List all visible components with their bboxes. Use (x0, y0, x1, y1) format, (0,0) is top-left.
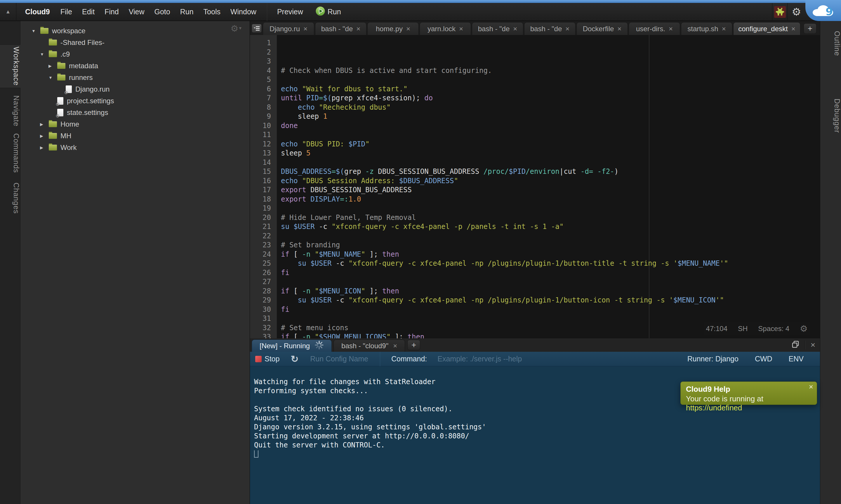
file-tree: ▼workspace-Shared Files-▼.c9▶metadata▼ru… (20, 25, 250, 154)
tree-item-workspace[interactable]: ▼workspace (20, 25, 250, 37)
editor-tab-dockerfile[interactable]: Dockerfile× (577, 22, 628, 35)
close-icon[interactable]: × (565, 25, 569, 33)
close-icon[interactable]: × (304, 25, 308, 33)
tree-item-django-run[interactable]: Django.run (20, 84, 250, 95)
line-number: 31 (250, 314, 277, 323)
run-config-input[interactable]: Run Config Name (310, 355, 368, 363)
tree-open-arrow-icon[interactable]: ▼ (40, 52, 49, 57)
line-number: 8 (250, 103, 277, 112)
tree-item-home[interactable]: ▶Home (20, 119, 250, 130)
rail-tab-workspace[interactable]: Workspace (0, 44, 20, 88)
close-icon[interactable]: × (393, 342, 397, 350)
close-icon[interactable]: × (791, 25, 795, 33)
tree-item-label: metadata (69, 62, 98, 70)
spinner-icon (314, 340, 324, 352)
command-label: Command: (391, 355, 427, 363)
editor-tab-home-py[interactable]: home.py× (367, 22, 419, 35)
syntax-mode[interactable]: SH (738, 325, 748, 333)
tree-item-work[interactable]: ▶Work (20, 142, 250, 154)
tab-label: bash - "de (478, 25, 510, 33)
close-icon[interactable]: × (669, 25, 673, 33)
menu-edit[interactable]: Edit (82, 7, 95, 16)
restart-icon[interactable]: ↻ (291, 354, 298, 364)
rail-tab-debugger[interactable]: Debugger (820, 94, 841, 137)
rail-tab-commands[interactable]: Commands (0, 131, 20, 175)
close-icon[interactable]: × (356, 25, 360, 33)
tree-item-c9[interactable]: ▼.c9 (20, 49, 250, 60)
tree-open-arrow-icon[interactable]: ▼ (49, 75, 57, 80)
stop-button[interactable]: Stop (255, 355, 279, 363)
line-number: 3 (250, 57, 277, 66)
editor-tab-startup-sh[interactable]: startup.sh× (681, 22, 732, 35)
menu-goto[interactable]: Goto (154, 7, 170, 16)
command-input[interactable]: Example: ./server.js --help (437, 355, 522, 363)
tree-item-mh[interactable]: ▶MH (20, 130, 250, 142)
folder-icon (49, 133, 57, 139)
line-number: 18 (250, 195, 277, 204)
editor-tab-yarn-lock[interactable]: yarn.lock× (419, 22, 471, 35)
env-button[interactable]: ENV (789, 355, 804, 363)
tree-open-arrow-icon[interactable]: ▼ (32, 29, 40, 33)
close-icon[interactable]: × (406, 25, 410, 33)
triangle-up-icon: ▲ (5, 9, 11, 15)
tree-item-metadata[interactable]: ▶metadata (20, 60, 250, 72)
close-panel-icon[interactable]: × (811, 340, 815, 350)
report-bug-icon[interactable] (772, 3, 787, 21)
menu-view[interactable]: View (129, 7, 144, 16)
tree-item-shared-files[interactable]: -Shared Files- (20, 37, 250, 49)
rail-tab-changes[interactable]: Changes (0, 181, 20, 216)
editor-tab-user-dirs[interactable]: user-dirs.× (629, 22, 680, 35)
editor-tab-bash-de[interactable]: bash - "de× (524, 22, 576, 35)
menu-collapse-button[interactable]: ▲ (0, 3, 16, 21)
code-line: sleep 5 (281, 149, 820, 158)
code-editor[interactable]: # Check when DBUS is active and start co… (277, 35, 820, 338)
menu-run[interactable]: Run (180, 7, 194, 16)
tree-closed-arrow-icon[interactable]: ▶ (49, 64, 57, 68)
new-tab-button[interactable]: + (804, 23, 817, 34)
menubar: ▲ Cloud9 FileEditFindViewGotoRunToolsWin… (0, 3, 841, 21)
close-icon[interactable]: × (513, 25, 517, 33)
code-line: sleep 1 (281, 112, 820, 121)
tree-closed-arrow-icon[interactable]: ▶ (40, 122, 49, 127)
tree-item-project-settings[interactable]: project.settings (20, 95, 250, 107)
tree-closed-arrow-icon[interactable]: ▶ (40, 133, 49, 138)
popup-body: Your code is running at https://undefine… (686, 394, 811, 412)
menu-file[interactable]: File (61, 7, 72, 16)
editor-tab-configure-deskt[interactable]: configure_deskt× (733, 22, 801, 35)
code-line: echo "Rechecking dbus" (281, 103, 820, 112)
console-tab-new-running[interactable]: [New] - Running (252, 340, 332, 352)
menu-tools[interactable]: Tools (204, 7, 221, 16)
tab-list-icon[interactable] (252, 24, 262, 33)
editor-tab-bash-de[interactable]: bash - "de× (315, 22, 366, 35)
popup-close-icon[interactable]: × (809, 382, 813, 392)
close-icon[interactable]: × (722, 25, 726, 33)
cloud9-menu[interactable]: Cloud9 (25, 7, 50, 16)
rail-tab-outline[interactable]: Outline (820, 27, 841, 60)
code-line (281, 204, 820, 213)
tree-closed-arrow-icon[interactable]: ▶ (40, 145, 49, 150)
running-url-link[interactable]: https://undefined (686, 403, 742, 412)
line-number: 7 (250, 94, 277, 103)
editor-tab-bash-de[interactable]: bash - "de× (472, 22, 523, 35)
cwd-button[interactable]: CWD (755, 355, 772, 363)
indent-setting[interactable]: Spaces: 4 (758, 325, 789, 333)
close-icon[interactable]: × (617, 25, 621, 33)
editor-tab-django-ru[interactable]: Django.ru× (263, 22, 314, 35)
menu-find[interactable]: Find (105, 7, 119, 16)
console-tab-bash-cloud9[interactable]: bash - "cloud9"× (333, 340, 405, 352)
tree-item-state-settings[interactable]: state.settings (20, 107, 250, 119)
preferences-gear-icon[interactable]: ⚙ (787, 3, 805, 21)
runner-selector[interactable]: Runner: Django (687, 355, 738, 363)
folder-icon (57, 75, 65, 80)
menu-preview[interactable]: Preview (277, 7, 303, 16)
statusbar-gear-icon[interactable]: ⚙ (800, 323, 808, 334)
close-icon[interactable]: × (459, 25, 463, 33)
cloud9-logo[interactable]: 9 (805, 0, 841, 21)
tree-item-runners[interactable]: ▼runners (20, 72, 250, 84)
new-console-tab-button[interactable]: + (407, 340, 420, 350)
maximize-panel-icon[interactable] (791, 340, 800, 350)
cursor-position[interactable]: 47:104 (706, 325, 727, 333)
rail-tab-navigate[interactable]: Navigate (0, 93, 20, 128)
run-button[interactable]: Run (315, 6, 341, 18)
menu-window[interactable]: Window (230, 7, 256, 16)
